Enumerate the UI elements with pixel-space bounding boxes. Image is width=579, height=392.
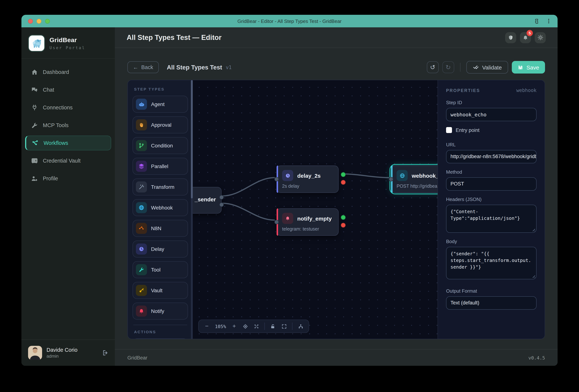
palette-item-vault[interactable]: Vault bbox=[133, 282, 188, 299]
output-format-select[interactable]: Text (default) bbox=[446, 296, 537, 310]
notifications-button[interactable]: 5 bbox=[520, 32, 531, 43]
palette-item-label: Vault bbox=[151, 287, 162, 293]
auto-layout-button[interactable] bbox=[295, 321, 306, 331]
shield-button[interactable] bbox=[505, 32, 516, 43]
headers-value: {"Content-Type":"application/json"} bbox=[450, 209, 520, 221]
layers-icon bbox=[136, 161, 147, 172]
brand-name: GridBear bbox=[50, 37, 85, 44]
actions-heading: ACTIONS bbox=[134, 329, 186, 334]
logout-icon[interactable] bbox=[102, 350, 108, 356]
node-sender[interactable]: _sender bbox=[193, 187, 221, 214]
palette-item-tool[interactable]: Tool bbox=[133, 261, 188, 278]
bell-icon bbox=[282, 213, 293, 224]
sidebar-item-label: Profile bbox=[43, 175, 58, 181]
palette-item-label: Agent bbox=[151, 101, 164, 107]
node-subtitle: 2s delay bbox=[282, 184, 333, 189]
key-icon bbox=[136, 285, 147, 296]
step-id-input[interactable]: webhook_echo bbox=[446, 108, 537, 121]
back-button[interactable]: ← Back bbox=[127, 61, 159, 73]
node-title: webhook_echo bbox=[412, 172, 437, 179]
error-port[interactable] bbox=[341, 180, 346, 185]
success-port[interactable] bbox=[341, 215, 346, 220]
palette-item-webhook[interactable]: Webhook bbox=[133, 199, 188, 216]
robot-icon bbox=[136, 99, 147, 110]
palette-item-condition[interactable]: Condition bbox=[133, 137, 188, 154]
resize-handle-icon[interactable] bbox=[531, 228, 535, 231]
error-port[interactable] bbox=[341, 223, 346, 228]
sidebar-item-chat[interactable]: Chat bbox=[25, 82, 111, 97]
gear-icon bbox=[537, 34, 543, 41]
settings-button[interactable] bbox=[535, 32, 546, 43]
editor-toolbar: ← Back All Step Types Test v1 ↺ ↻ Valida… bbox=[127, 61, 545, 74]
sidebar-item-profile[interactable]: Profile bbox=[25, 171, 111, 186]
node-webhook-echo[interactable]: webhook_echo POST http://gridbea bbox=[391, 165, 437, 193]
resize-handle-icon[interactable] bbox=[531, 274, 535, 278]
palette-item-parallel[interactable]: Parallel bbox=[133, 158, 188, 175]
sidebar-item-connections[interactable]: Connections bbox=[25, 100, 111, 115]
palette-item-transform[interactable]: Transform bbox=[133, 178, 188, 195]
sidebar-item-credential-vault[interactable]: Credential Vault bbox=[25, 153, 111, 168]
sidebar-item-workflows[interactable]: Workflows bbox=[25, 136, 111, 150]
node-notify-empty[interactable]: notify_empty telegram: testuser bbox=[277, 208, 339, 236]
extension-puzzle-icon[interactable] bbox=[534, 18, 540, 24]
validate-button[interactable]: Validate bbox=[466, 61, 508, 74]
kebab-menu-icon[interactable] bbox=[546, 18, 552, 24]
footer-version: v0.4.5 bbox=[528, 355, 545, 360]
polar-bear-icon bbox=[30, 37, 43, 50]
input-port[interactable] bbox=[274, 177, 279, 181]
success-port[interactable] bbox=[341, 172, 346, 177]
node-title: delay_2s bbox=[297, 172, 321, 179]
controls-divider bbox=[292, 322, 292, 330]
palette-item-approval[interactable]: Approval bbox=[133, 116, 188, 133]
body-textarea[interactable]: {"sender": "{{ steps.start_transform.out… bbox=[446, 247, 537, 279]
save-button[interactable]: Save bbox=[512, 61, 545, 74]
method-label: Method bbox=[446, 169, 537, 175]
globe-icon bbox=[136, 202, 147, 213]
step-types-panel: STEP TYPES Agent bbox=[128, 80, 193, 339]
node-delay-2s[interactable]: delay_2s 2s delay bbox=[277, 165, 339, 193]
undo-icon: ↺ bbox=[430, 63, 435, 71]
wand-icon bbox=[136, 181, 147, 192]
palette-item-n8n[interactable]: N8N bbox=[133, 220, 188, 237]
url-input[interactable]: http://gridbear-n8n:5678/webhook/gridbe bbox=[446, 150, 537, 163]
wrench-icon bbox=[31, 122, 38, 129]
center-view-button[interactable] bbox=[240, 321, 250, 331]
controls-divider bbox=[264, 322, 265, 330]
zoom-out-button[interactable]: − bbox=[202, 321, 212, 331]
user-section[interactable]: Davide Corio admin bbox=[21, 339, 115, 366]
back-arrow-icon: ← bbox=[133, 64, 138, 70]
fullscreen-button[interactable] bbox=[279, 321, 289, 331]
sidebar-item-dashboard[interactable]: Dashboard bbox=[25, 65, 111, 79]
lock-toggle-button[interactable] bbox=[268, 321, 278, 331]
page-title: All Step Types Test — Editor bbox=[127, 33, 221, 42]
output-format-label: Output Format bbox=[446, 288, 537, 294]
share-graph-icon bbox=[136, 223, 147, 234]
output-port[interactable] bbox=[219, 195, 224, 200]
headers-textarea[interactable]: {"Content-Type":"application/json"} bbox=[446, 205, 537, 233]
target-icon bbox=[242, 323, 248, 329]
input-port[interactable] bbox=[389, 177, 393, 181]
palette-item-delay[interactable]: Delay bbox=[133, 240, 188, 257]
input-port[interactable] bbox=[274, 220, 279, 224]
zoom-in-button[interactable]: + bbox=[229, 321, 239, 331]
output-port[interactable] bbox=[219, 202, 224, 207]
shield-icon bbox=[508, 35, 514, 40]
toolbar-divider bbox=[460, 63, 460, 72]
method-input[interactable]: POST bbox=[446, 177, 537, 191]
palette-divider bbox=[133, 325, 187, 325]
workflow-canvas[interactable]: _sender d bbox=[193, 80, 437, 339]
entry-point-checkbox[interactable] bbox=[446, 127, 452, 133]
clock-icon bbox=[136, 243, 147, 254]
properties-panel: PROPERTIES webhook Step ID webhook_echo … bbox=[437, 80, 545, 339]
redo-button[interactable]: ↻ bbox=[442, 61, 454, 73]
fullscreen-icon bbox=[281, 323, 287, 329]
delete-node-button[interactable]: Delete Node bbox=[133, 338, 188, 339]
palette-item-notify[interactable]: Notify bbox=[133, 303, 188, 319]
unlock-icon bbox=[270, 323, 276, 329]
plus-icon: + bbox=[232, 323, 236, 329]
palette-scrollbar[interactable] bbox=[191, 80, 193, 339]
undo-button[interactable]: ↺ bbox=[427, 61, 438, 73]
sidebar-item-mcp-tools[interactable]: MCP Tools bbox=[25, 118, 111, 133]
palette-item-agent[interactable]: Agent bbox=[133, 96, 188, 113]
fit-view-button[interactable] bbox=[251, 321, 261, 331]
